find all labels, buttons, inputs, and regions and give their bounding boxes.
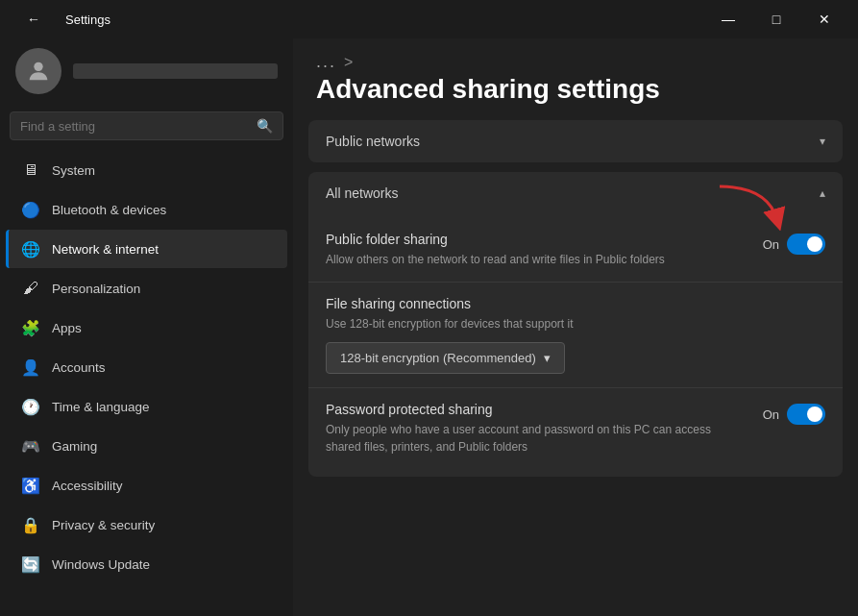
svg-point-0 xyxy=(34,62,42,71)
public-folder-info: Public folder sharing Allow others on th… xyxy=(326,232,763,268)
all-networks-chevron: ▴ xyxy=(820,186,825,200)
bluetooth-icon: 🔵 xyxy=(21,200,40,219)
sidebar: 🔍 🖥 System 🔵 Bluetooth & devices 🌐 Netwo… xyxy=(0,38,293,616)
sidebar-label-accessibility: Accessibility xyxy=(52,479,123,493)
privacy-icon: 🔒 xyxy=(21,515,40,534)
sidebar-item-network[interactable]: 🌐 Network & internet xyxy=(6,230,287,268)
sidebar-label-update: Windows Update xyxy=(52,557,150,572)
breadcrumb: ... > xyxy=(293,38,858,72)
title-bar: ← Settings — □ ✕ xyxy=(0,0,858,38)
password-sharing-desc: Only people who have a user account and … xyxy=(326,421,748,456)
public-networks-section: Public networks ▾ xyxy=(308,120,843,162)
file-sharing-desc: Use 128-bit encryption for devices that … xyxy=(326,315,810,333)
public-folder-title: Public folder sharing xyxy=(326,232,748,247)
password-sharing-toggle[interactable] xyxy=(787,404,825,425)
apps-icon: 🧩 xyxy=(21,318,40,337)
file-sharing-row: File sharing connections Use 128-bit enc… xyxy=(308,282,843,387)
sidebar-item-personalization[interactable]: 🖌 Personalization xyxy=(6,269,287,308)
app-title: Settings xyxy=(65,12,110,27)
sidebar-label-privacy: Privacy & security xyxy=(52,518,155,532)
public-folder-toggle-label: On xyxy=(763,237,779,252)
accounts-icon: 👤 xyxy=(21,357,40,377)
sidebar-item-apps[interactable]: 🧩 Apps xyxy=(6,308,287,347)
sidebar-label-time: Time & language xyxy=(52,400,150,414)
search-box[interactable]: 🔍 xyxy=(10,111,283,140)
update-icon: 🔄 xyxy=(21,554,40,574)
public-folder-toggle-wrap: On xyxy=(763,234,825,255)
user-icon xyxy=(25,58,52,85)
window-controls: — □ ✕ xyxy=(706,4,846,35)
user-section xyxy=(0,38,293,108)
file-sharing-title: File sharing connections xyxy=(326,296,810,311)
system-icon: 🖥 xyxy=(21,160,40,180)
all-networks-title: All networks xyxy=(326,185,398,201)
public-networks-header[interactable]: Public networks ▾ xyxy=(308,120,843,162)
encryption-dropdown-label: 128-bit encryption (Recommended) xyxy=(340,351,536,365)
password-sharing-title: Password protected sharing xyxy=(326,402,748,417)
breadcrumb-separator: > xyxy=(344,54,353,71)
personalization-icon: 🖌 xyxy=(21,279,40,298)
encryption-dropdown[interactable]: 128-bit encryption (Recommended) ▾ xyxy=(326,342,565,374)
sidebar-label-bluetooth: Bluetooth & devices xyxy=(52,203,166,217)
dropdown-chevron-icon: ▾ xyxy=(544,351,551,365)
search-input[interactable] xyxy=(20,119,249,134)
back-button[interactable]: ← xyxy=(12,4,56,35)
password-sharing-toggle-label: On xyxy=(763,407,779,422)
sidebar-item-accessibility[interactable]: ♿ Accessibility xyxy=(6,466,287,505)
sidebar-item-privacy[interactable]: 🔒 Privacy & security xyxy=(6,505,287,544)
sidebar-label-personalization: Personalization xyxy=(52,282,140,296)
password-sharing-info: Password protected sharing Only people w… xyxy=(326,402,763,456)
sidebar-item-accounts[interactable]: 👤 Accounts xyxy=(6,348,287,386)
sidebar-item-update[interactable]: 🔄 Windows Update xyxy=(6,545,287,583)
minimize-button[interactable]: — xyxy=(706,4,750,35)
gaming-icon: 🎮 xyxy=(21,436,40,456)
content-scroll: Public networks ▾ All networks ▴ xyxy=(293,120,858,616)
public-folder-toggle[interactable] xyxy=(787,234,825,255)
breadcrumb-dots: ... xyxy=(316,52,336,72)
accessibility-icon: ♿ xyxy=(21,476,40,495)
nav-list: 🖥 System 🔵 Bluetooth & devices 🌐 Network… xyxy=(0,150,293,584)
all-networks-header[interactable]: All networks ▴ xyxy=(308,172,843,214)
file-sharing-info: File sharing connections Use 128-bit enc… xyxy=(326,296,825,374)
sidebar-item-time[interactable]: 🕐 Time & language xyxy=(6,387,287,426)
avatar xyxy=(15,48,61,94)
all-networks-body: Public folder sharing Allow others on th… xyxy=(308,214,843,477)
sidebar-label-gaming: Gaming xyxy=(52,439,97,454)
sidebar-label-accounts: Accounts xyxy=(52,360,106,375)
content-area: ... > Advanced sharing settings Public n… xyxy=(293,38,858,616)
search-icon: 🔍 xyxy=(257,118,273,134)
all-networks-section: All networks ▴ xyxy=(308,172,843,477)
public-networks-title: Public networks xyxy=(326,134,420,149)
sidebar-item-system[interactable]: 🖥 System xyxy=(6,151,287,189)
sidebar-item-gaming[interactable]: 🎮 Gaming xyxy=(6,427,287,465)
password-sharing-row: Password protected sharing Only people w… xyxy=(308,387,843,469)
page-title: Advanced sharing settings xyxy=(293,72,858,120)
network-icon: 🌐 xyxy=(21,239,40,259)
sidebar-label-network: Network & internet xyxy=(52,242,159,257)
public-folder-sharing-row: Public folder sharing Allow others on th… xyxy=(308,218,843,282)
public-networks-chevron: ▾ xyxy=(820,135,825,148)
back-icon: ← xyxy=(27,12,40,27)
user-name-placeholder xyxy=(73,63,278,79)
sidebar-label-apps: Apps xyxy=(52,321,82,335)
sidebar-label-system: System xyxy=(52,163,95,178)
maximize-button[interactable]: □ xyxy=(754,4,798,35)
password-sharing-toggle-wrap: On xyxy=(763,404,825,425)
time-icon: 🕐 xyxy=(21,397,40,416)
close-button[interactable]: ✕ xyxy=(802,4,846,35)
sidebar-item-bluetooth[interactable]: 🔵 Bluetooth & devices xyxy=(6,190,287,229)
public-folder-desc: Allow others on the network to read and … xyxy=(326,251,748,268)
